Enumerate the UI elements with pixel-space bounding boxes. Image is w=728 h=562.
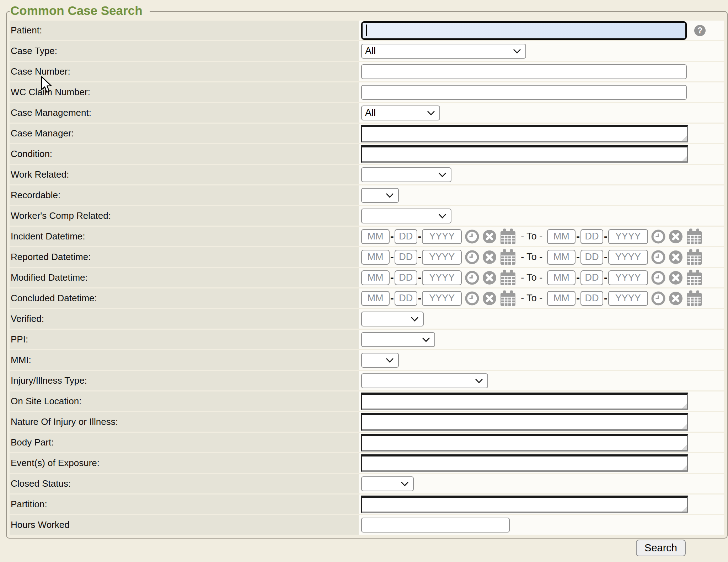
concluded-datetime-from-day-input[interactable]: DD — [395, 291, 417, 306]
text-caret — [366, 25, 367, 36]
patient-input[interactable] — [361, 21, 687, 40]
concluded-datetime-to-month-input[interactable]: MM — [547, 291, 576, 306]
modified-datetime-to-clock-icon[interactable] — [651, 271, 665, 285]
incident-datetime-from-day-input[interactable]: DD — [395, 229, 417, 244]
chevron-down-icon — [438, 172, 446, 177]
wc-claim-number-input[interactable] — [361, 85, 687, 100]
incident-datetime-from-year-input[interactable]: YYYY — [422, 229, 462, 244]
concluded-datetime-from-month-input[interactable]: MM — [361, 291, 390, 306]
modified-datetime-from-calendar-icon[interactable] — [500, 270, 516, 286]
concluded-datetime-to-day-input[interactable]: DD — [580, 291, 603, 306]
closed-status-select[interactable] — [361, 476, 414, 491]
reported-datetime-from-day-input[interactable]: DD — [395, 250, 417, 265]
concluded-datetime-to-clock-icon[interactable] — [651, 291, 665, 306]
body-part-input[interactable] — [361, 434, 688, 452]
on-site-location-input[interactable] — [361, 393, 688, 410]
help-icon[interactable]: ? — [694, 25, 706, 36]
concluded-datetime-from-calendar-icon[interactable] — [500, 290, 516, 307]
ppi-input-cell — [359, 330, 724, 349]
reported-datetime-to-clear-icon[interactable] — [669, 250, 683, 264]
reported-datetime-to-month-input[interactable]: MM — [547, 250, 576, 265]
nature-of-injury-label: Nature Of Injury or Illness: — [10, 412, 359, 432]
case-manager-input[interactable] — [361, 125, 688, 142]
incident-datetime-from-clock-icon[interactable] — [465, 229, 479, 244]
workers-comp-related-select[interactable] — [361, 209, 451, 223]
concluded-datetime-to-clear-icon[interactable] — [669, 291, 683, 306]
case-type-select[interactable]: All — [361, 44, 526, 59]
case-number-input[interactable] — [361, 64, 687, 79]
reported-datetime-to-day-input[interactable]: DD — [580, 250, 603, 265]
nature-of-injury-input[interactable] — [361, 413, 688, 431]
events-of-exposure-input[interactable] — [361, 454, 688, 472]
modified-datetime-to-month-input[interactable]: MM — [547, 270, 576, 285]
modified-datetime-from-clock-icon[interactable] — [465, 271, 479, 285]
row-ppi: PPI: — [10, 330, 724, 349]
modified-datetime-from-year-input[interactable]: YYYY — [422, 270, 462, 285]
concluded-datetime-to-calendar-icon[interactable] — [686, 290, 702, 307]
recordable-label: Recordable: — [10, 185, 359, 205]
row-recordable: Recordable: — [10, 185, 724, 205]
incident-datetime-to-clear-icon[interactable] — [669, 229, 683, 244]
ppi-select[interactable] — [361, 332, 435, 347]
reported-datetime-to-year-input[interactable]: YYYY — [608, 250, 648, 265]
incident-datetime-to-clock-icon[interactable] — [651, 229, 665, 244]
work-related-select[interactable] — [361, 167, 451, 182]
concluded-datetime-from-clock-icon[interactable] — [465, 291, 479, 306]
modified-datetime-from-clear-icon[interactable] — [482, 271, 497, 285]
modified-datetime-from-day-input[interactable]: DD — [395, 270, 417, 285]
incident-datetime-to-year-input[interactable]: YYYY — [608, 229, 648, 244]
search-button[interactable]: Search — [636, 540, 686, 556]
injury-illness-type-select[interactable] — [361, 373, 488, 388]
row-events-of-exposure: Event(s) of Exposure: — [10, 453, 724, 473]
partition-input-cell — [359, 495, 724, 514]
case-management-select[interactable]: All — [361, 106, 440, 120]
reported-datetime-from-clear-icon[interactable] — [482, 250, 497, 264]
row-verified: Verified: — [10, 309, 724, 329]
row-case-management: Case Management:All — [10, 103, 724, 123]
case-manager-input-cell — [359, 124, 724, 143]
partition-label: Partition: — [10, 495, 359, 514]
row-concluded-datetime: Concluded Datetime:MM-DD-YYYY- To -MM-DD… — [10, 288, 724, 308]
case-management-input-cell: All — [359, 103, 724, 123]
nature-of-injury-input-cell — [359, 412, 724, 432]
reported-datetime-to-calendar-icon[interactable] — [686, 249, 702, 265]
verified-select[interactable] — [361, 312, 424, 326]
concluded-datetime-from-clear-icon[interactable] — [482, 291, 497, 306]
reported-datetime-from-month-input[interactable]: MM — [361, 250, 390, 265]
modified-datetime-to-day-input[interactable]: DD — [580, 270, 603, 285]
segment-separator: - — [418, 292, 422, 304]
partition-input[interactable] — [361, 496, 688, 513]
reported-datetime-to-clock-icon[interactable] — [651, 250, 665, 264]
reported-datetime-from-year-input[interactable]: YYYY — [422, 250, 462, 265]
modified-datetime-to-year-input[interactable]: YYYY — [608, 270, 648, 285]
mmi-select[interactable] — [361, 353, 399, 368]
range-to-label: - To - — [521, 293, 542, 304]
reported-datetime-from-calendar-icon[interactable] — [500, 249, 516, 265]
row-case-number: Case Number: — [10, 62, 724, 81]
modified-datetime-to-calendar-icon[interactable] — [686, 270, 702, 286]
chevron-down-icon — [475, 378, 483, 383]
incident-datetime-label: Incident Datetime: — [10, 227, 359, 246]
incident-datetime-to-calendar-icon[interactable] — [686, 228, 702, 245]
incident-datetime-from-clear-icon[interactable] — [482, 229, 497, 244]
row-condition: Condition: — [10, 144, 724, 164]
modified-datetime-label: Modified Datetime: — [10, 268, 359, 287]
segment-separator: - — [604, 231, 607, 242]
condition-input[interactable] — [361, 145, 688, 163]
incident-datetime-from-month-input[interactable]: MM — [361, 229, 390, 244]
incident-datetime-to-day-input[interactable]: DD — [580, 229, 603, 244]
recordable-select[interactable] — [361, 188, 399, 203]
case-number-input-cell — [359, 62, 724, 81]
incident-datetime-from-calendar-icon[interactable] — [500, 228, 516, 245]
incident-datetime-to-month-input[interactable]: MM — [547, 229, 576, 244]
hours-worked-input[interactable] — [361, 518, 510, 533]
concluded-datetime-to-year-input[interactable]: YYYY — [608, 291, 648, 306]
modified-datetime-to-clear-icon[interactable] — [669, 271, 683, 285]
reported-datetime-label: Reported Datetime: — [10, 247, 359, 267]
modified-datetime-from-month-input[interactable]: MM — [361, 270, 390, 285]
concluded-datetime-from-year-input[interactable]: YYYY — [422, 291, 462, 306]
body-part-label: Body Part: — [10, 433, 359, 452]
row-case-manager: Case Manager: — [10, 124, 724, 143]
wc-claim-number-label: WC Claim Number: — [10, 82, 359, 102]
reported-datetime-from-clock-icon[interactable] — [465, 250, 479, 264]
